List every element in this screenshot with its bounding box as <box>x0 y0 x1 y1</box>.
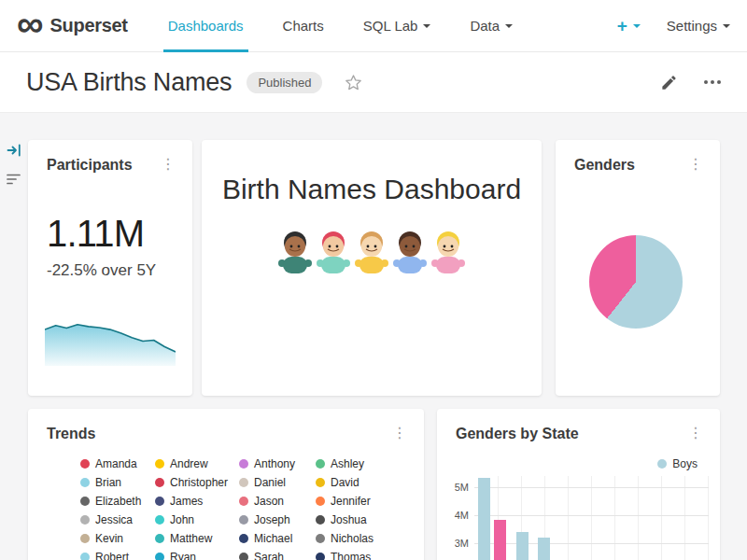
filter-icon[interactable] <box>7 173 21 186</box>
nav-item-sql-lab[interactable]: SQL Lab <box>344 0 451 52</box>
legend-item-christopher[interactable]: Christopher <box>155 476 239 489</box>
top-nav: ∞ Superset DashboardsChartsSQL LabData +… <box>0 0 747 52</box>
legend-label: Anthony <box>254 457 295 470</box>
headline-card: Birth Names Dashboard <box>202 140 542 396</box>
legend-label: Matthew <box>170 532 212 545</box>
legend-item-thomas[interactable]: Thomas <box>316 551 411 560</box>
y-axis-tick: 4M <box>437 510 469 521</box>
filter-rail <box>0 113 28 560</box>
big-number: 1.11M <box>47 213 144 255</box>
bar-boys[interactable] <box>516 532 529 560</box>
legend-label: Amanda <box>95 457 137 470</box>
bar-boys[interactable] <box>538 538 550 560</box>
baby-icons <box>202 230 542 274</box>
legend-dot <box>155 497 164 506</box>
dashboard-headline: Birth Names Dashboard <box>202 174 542 205</box>
gridline-vertical <box>661 476 662 560</box>
brand[interactable]: ∞ Superset <box>17 15 128 36</box>
legend-item-elizabeth[interactable]: Elizabeth <box>80 495 155 508</box>
legend-label: Sarah <box>254 551 284 560</box>
legend-item-jessica[interactable]: Jessica <box>80 513 155 526</box>
genders-pie-chart[interactable] <box>589 235 683 329</box>
gridline-vertical <box>591 476 592 560</box>
legend-item-amanda[interactable]: Amanda <box>80 457 155 470</box>
gridline-horizontal <box>474 543 709 544</box>
legend-item-jennifer[interactable]: Jennifer <box>316 495 411 508</box>
card-header: Participants ⋮ <box>28 140 192 174</box>
gridline-vertical <box>708 476 709 560</box>
legend-item-jason[interactable]: Jason <box>239 495 316 508</box>
legend-label: Joseph <box>254 513 290 526</box>
legend-dot <box>155 459 164 469</box>
legend-dot <box>155 553 164 560</box>
plus-icon: + <box>617 16 627 36</box>
legend-dot <box>155 534 164 543</box>
header-actions <box>660 74 721 91</box>
legend-dot <box>239 534 248 543</box>
gridline-horizontal <box>474 487 709 488</box>
expand-filters-icon[interactable] <box>7 143 21 158</box>
legend-dot <box>80 459 90 469</box>
edit-icon[interactable] <box>660 74 678 91</box>
nav-item-label: Charts <box>283 18 324 34</box>
nav-item-data[interactable]: Data <box>450 0 532 52</box>
legend-item-michael[interactable]: Michael <box>239 532 316 545</box>
legend-label: Jason <box>254 495 284 508</box>
y-axis-tick: 3M <box>437 538 469 549</box>
nav-item-label: SQL Lab <box>363 18 418 34</box>
legend-item-david[interactable]: David <box>316 476 411 489</box>
legend-dot <box>316 534 325 543</box>
legend-item-robert[interactable]: Robert <box>80 551 155 560</box>
kebab-menu-icon[interactable]: ⋮ <box>388 426 411 441</box>
legend-dot <box>316 497 325 506</box>
chevron-down-icon <box>723 24 730 32</box>
baby-icon <box>354 230 389 274</box>
y-axis-tick: 5M <box>437 482 469 493</box>
trend-caption: -22.5% over 5Y <box>47 261 156 280</box>
status-badge[interactable]: Published <box>247 72 322 93</box>
kebab-menu-icon[interactable]: ⋮ <box>684 157 707 172</box>
legend-item-sarah[interactable]: Sarah <box>239 551 316 560</box>
legend-item-anthony[interactable]: Anthony <box>239 457 316 470</box>
legend-dot <box>316 459 325 469</box>
nav-item-charts[interactable]: Charts <box>263 0 344 52</box>
trends-legend: AmandaAndrewAnthonyAshleyBrianChristophe… <box>80 457 411 560</box>
kebab-menu-icon[interactable]: ⋮ <box>157 157 179 172</box>
favorite-star-icon[interactable] <box>345 74 362 91</box>
brand-name: Superset <box>50 15 128 36</box>
legend-item-daniel[interactable]: Daniel <box>239 476 316 489</box>
main-menu: DashboardsChartsSQL LabData <box>148 0 532 52</box>
legend-label: Elizabeth <box>95 495 141 508</box>
legend-item-joseph[interactable]: Joseph <box>239 513 316 526</box>
chevron-down-icon <box>423 24 430 32</box>
genders-by-state-card: Genders by State ⋮ Boys 5M4M3M <box>437 409 720 560</box>
legend-label: Kevin <box>95 532 123 545</box>
nav-item-dashboards[interactable]: Dashboards <box>148 0 263 52</box>
nav-item-label: Dashboards <box>168 18 244 34</box>
legend-item-james[interactable]: James <box>155 495 239 508</box>
legend-item-joshua[interactable]: Joshua <box>316 513 411 526</box>
legend-dot <box>239 459 248 469</box>
more-actions-icon[interactable] <box>704 80 721 84</box>
legend-item-ashley[interactable]: Ashley <box>316 457 411 470</box>
legend-item-brian[interactable]: Brian <box>80 476 155 489</box>
legend-label: Jennifer <box>331 495 371 508</box>
legend-item-ryan[interactable]: Ryan <box>155 551 239 560</box>
legend-item-john[interactable]: John <box>155 513 239 526</box>
legend-dot <box>239 497 248 506</box>
legend-label: Joshua <box>331 513 367 526</box>
settings-menu[interactable]: Settings <box>667 18 730 34</box>
legend-label: Jessica <box>95 513 133 526</box>
bar-girls[interactable] <box>494 520 506 560</box>
legend-dot <box>80 497 90 506</box>
participants-card: Participants ⋮ 1.11M -22.5% over 5Y <box>28 140 192 396</box>
legend-label: James <box>170 495 203 508</box>
legend-item-andrew[interactable]: Andrew <box>155 457 239 470</box>
legend-item-kevin[interactable]: Kevin <box>80 532 155 545</box>
gridline-vertical <box>638 476 639 560</box>
legend-item-nicholas[interactable]: Nicholas <box>316 532 411 545</box>
bar-boys[interactable] <box>478 478 490 560</box>
legend-item-matthew[interactable]: Matthew <box>155 532 239 545</box>
new-dropdown-button[interactable]: + <box>617 16 641 36</box>
gridline-vertical <box>568 476 569 560</box>
